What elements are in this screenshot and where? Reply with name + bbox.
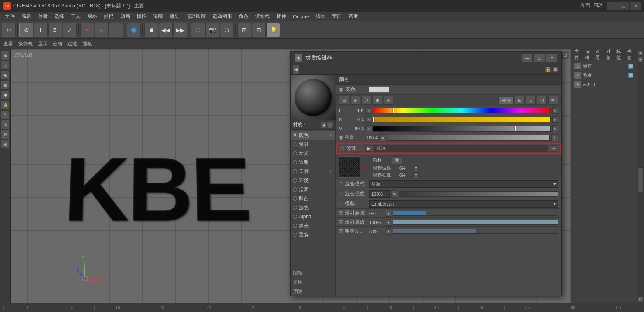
dialog-minimize[interactable]: — xyxy=(522,54,532,62)
model-dropdown[interactable]: Lambertian ▾ xyxy=(369,200,558,208)
far-scrollbar[interactable] xyxy=(638,167,644,192)
menu-item-插件[interactable]: 插件 xyxy=(273,12,290,21)
color-t1[interactable]: ⊞ xyxy=(515,96,525,105)
right-toolbar-对象[interactable]: 对象 xyxy=(604,48,614,62)
right-toolbar-标签[interactable]: 标签 xyxy=(615,48,625,62)
blur-offset-arrow[interactable]: ▾ xyxy=(413,165,419,171)
h-decrement[interactable]: ◂ xyxy=(365,107,371,114)
sub-toolbar-item-摄像机[interactable]: 摄像机 xyxy=(18,40,33,47)
channel-item-发光[interactable]: 发光 xyxy=(291,149,335,158)
v-decrement[interactable]: ◂ xyxy=(365,125,371,132)
channel-item-凹凸[interactable]: 凹凸 xyxy=(291,194,335,203)
blend-mode-dropdown[interactable]: 标准 ▾ xyxy=(369,180,558,188)
blend-strength-slider[interactable] xyxy=(399,191,558,197)
channel-item-透明[interactable]: 透明 xyxy=(291,158,335,167)
far-down-btn[interactable]: ▼ xyxy=(638,57,644,62)
object-item-地面[interactable]: ◻地面✓ xyxy=(573,62,635,71)
texture-end-btn[interactable]: ▾ xyxy=(551,145,557,152)
menu-item-文件[interactable]: 文件 xyxy=(2,12,18,21)
s-increment[interactable]: ▸ xyxy=(552,116,558,123)
channel-item-环境[interactable]: 环境 xyxy=(291,176,335,185)
menu-item-模拟[interactable]: 模拟 xyxy=(133,12,150,21)
mat-arrow-icon[interactable]: ◀ xyxy=(321,122,326,128)
brightness-radio[interactable] xyxy=(339,136,343,140)
right-toolbar-编辑[interactable]: 编辑 xyxy=(584,48,593,62)
roughness-arrow[interactable]: ▾ xyxy=(386,228,391,235)
menu-item-流水线[interactable]: 流水线 xyxy=(252,12,273,21)
model-radio[interactable] xyxy=(339,202,343,206)
sidebar-icon-2[interactable]: ▷ xyxy=(1,61,10,70)
menu-item-窗口[interactable]: 窗口 xyxy=(329,12,345,21)
brightness-add-btn[interactable]: + xyxy=(551,134,558,141)
right-toolbar-文件[interactable]: 文件 xyxy=(573,48,583,62)
brightness-decrement[interactable]: ◂ xyxy=(379,134,385,141)
menu-item-动画[interactable]: 动画 xyxy=(117,12,133,21)
hue-slider[interactable] xyxy=(373,108,551,113)
sidebar-icon-3[interactable]: ◉ xyxy=(1,71,10,80)
cam-button[interactable]: 📷 xyxy=(205,23,219,37)
select-mode-button[interactable]: ⊕ xyxy=(19,23,33,37)
menu-item-角色[interactable]: 角色 xyxy=(235,12,252,21)
sidebar-icon-6[interactable]: 🔒 xyxy=(1,100,10,109)
v-increment[interactable]: ▸ xyxy=(552,125,558,132)
menu-item-捕捉[interactable]: 捕捉 xyxy=(100,12,117,21)
blend-strength-arrow[interactable]: ▾ xyxy=(391,190,397,198)
undo-button[interactable]: ↩ xyxy=(2,23,16,37)
channel-item-置换[interactable]: 置换 xyxy=(291,230,335,239)
channel-item-法线[interactable]: 法线 xyxy=(291,203,335,212)
diffuse-level-arrow[interactable]: ▾ xyxy=(386,219,391,226)
dialog-close[interactable]: ✕ xyxy=(546,54,557,62)
color-t3[interactable]: ◁ xyxy=(537,96,547,105)
sidebar-icon-4[interactable]: ⊞ xyxy=(1,81,10,90)
sub-toolbar-item-面板[interactable]: 面板 xyxy=(82,40,92,47)
menu-item-脚本[interactable]: 脚本 xyxy=(312,12,329,21)
far-settings-btn[interactable]: ⚙ xyxy=(638,296,644,302)
right-toolbar-书签[interactable]: 书签 xyxy=(625,48,635,62)
x-axis-button[interactable]: ✕ xyxy=(80,23,94,37)
sub-toolbar-item-连项[interactable]: 连项 xyxy=(53,40,63,47)
light-section[interactable]: 光照 xyxy=(291,277,335,287)
right-toolbar-查看[interactable]: 查看 xyxy=(594,48,604,62)
maximize-button[interactable]: □ xyxy=(618,2,629,10)
far-up-btn[interactable]: ▲ xyxy=(638,50,644,56)
dialog-maximize[interactable]: □ xyxy=(534,54,545,62)
dialog-arrow-left[interactable]: ◀ xyxy=(293,65,299,74)
obj-button[interactable]: 🔷 xyxy=(127,23,141,37)
texture-play-btn[interactable]: ▶ xyxy=(365,145,372,152)
roughness-check[interactable] xyxy=(339,229,343,233)
sub-toolbar-item-显示[interactable]: 显示 xyxy=(38,40,48,47)
sidebar-icon-9[interactable]: ⊟ xyxy=(1,130,10,139)
s-decrement[interactable]: ◂ xyxy=(365,116,371,123)
color-t2[interactable]: ⊡ xyxy=(526,96,536,105)
menu-item-雕刻[interactable]: 雕刻 xyxy=(166,12,183,21)
color-picker-btn[interactable]: ⊛ xyxy=(350,96,360,105)
h-increment[interactable]: ▸ xyxy=(552,107,558,114)
object-item-材料 1[interactable]: ●材料 1 xyxy=(573,80,635,89)
sub-toolbar-item-查看[interactable]: 查看 xyxy=(3,40,13,47)
diffuse-level-slider[interactable] xyxy=(393,220,558,225)
channel-item-辉光[interactable]: 辉光 xyxy=(291,221,335,230)
sidebar-icon-5[interactable]: ✱ xyxy=(1,90,10,99)
scale-mode-button[interactable]: ⤢ xyxy=(63,23,77,37)
menu-item-运动跟踪[interactable]: 运动跟踪 xyxy=(183,12,209,21)
blur-strength-arrow[interactable]: ▾ xyxy=(413,172,419,178)
channel-item-Alpha[interactable]: Alpha xyxy=(291,212,335,221)
channel-item-漫射[interactable]: 漫射 xyxy=(291,140,335,149)
color-gradient-btn[interactable]: ⬡ xyxy=(361,96,371,105)
grid-button[interactable]: ⊞ xyxy=(237,23,251,37)
diffuse-decay-slider[interactable] xyxy=(393,211,558,216)
diffuse-level-check[interactable] xyxy=(339,220,343,224)
brightness-slider[interactable] xyxy=(387,135,550,141)
diffuse-decay-arrow[interactable]: ▾ xyxy=(386,210,391,217)
roughness-slider[interactable] xyxy=(393,229,558,234)
menu-item-选择[interactable]: 选择 xyxy=(51,12,67,21)
light2-button[interactable]: 💡 xyxy=(266,23,280,37)
channel-item-颜色[interactable]: 颜色✓ xyxy=(291,131,335,140)
sidebar-icon-7[interactable]: $ xyxy=(1,110,10,119)
hsv-mode-btn[interactable]: HSV xyxy=(498,97,514,104)
menu-item-运动图形[interactable]: 运动图形 xyxy=(209,12,235,21)
color-swatch[interactable] xyxy=(369,86,389,93)
menu-item-工具[interactable]: 工具 xyxy=(67,12,84,21)
sub-toolbar-item-过滤[interactable]: 过滤 xyxy=(67,40,77,47)
value-slider[interactable] xyxy=(373,126,551,132)
